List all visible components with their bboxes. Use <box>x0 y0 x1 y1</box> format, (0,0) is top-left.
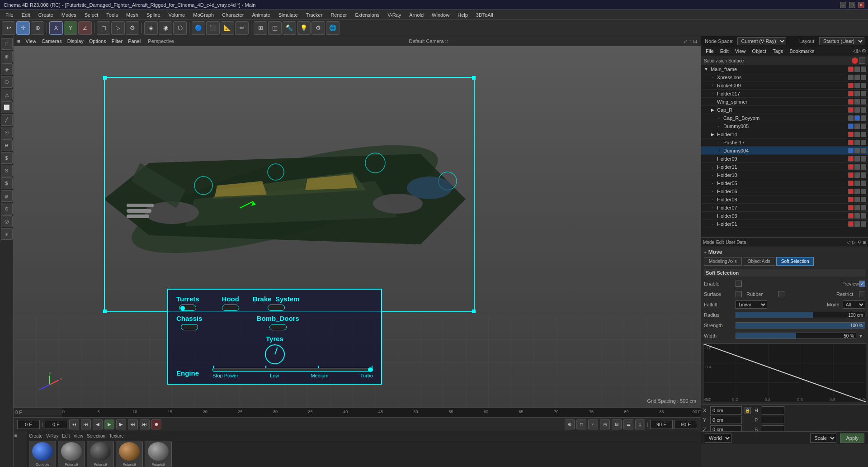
panel-tab-edit[interactable]: Edit <box>717 48 731 55</box>
menu-tracker[interactable]: Tracker <box>302 11 326 19</box>
left-tool-6[interactable]: ⬜ <box>1 101 13 113</box>
left-tool-16[interactable]: ⍟ <box>1 228 13 240</box>
menu-help[interactable]: Help <box>454 11 472 19</box>
left-tool-15[interactable]: ◎ <box>1 215 13 227</box>
menu-tools[interactable]: Tools <box>103 11 122 19</box>
go-start-button[interactable]: ⏮ <box>69 419 79 429</box>
obj-Main_frame[interactable]: ▼ Main_frame <box>701 65 868 73</box>
props-user-data-tab[interactable]: User Data <box>726 240 746 245</box>
tool9[interactable]: 🔵 <box>192 21 205 35</box>
width-expand-icon[interactable]: ▼ <box>856 334 865 338</box>
prev-frame-button[interactable]: ◀ <box>93 419 103 429</box>
tab-object-axis[interactable]: Object Axis <box>743 257 775 266</box>
hud-hood-toggle[interactable] <box>222 305 239 311</box>
tool16[interactable]: 💡 <box>297 21 311 35</box>
obj-dot[interactable] <box>861 75 866 80</box>
tool12[interactable]: ✏ <box>235 21 249 35</box>
obj-panel-icon-1[interactable]: ◁ <box>853 48 856 54</box>
viewport-view-menu[interactable]: View <box>25 38 36 44</box>
obj-Holder11[interactable]: · Holder11 <box>701 163 868 171</box>
obj-Holder05[interactable]: · Holder05 <box>701 179 868 187</box>
hud-bomb-toggle[interactable] <box>269 324 287 330</box>
obj-Wing_spinner[interactable]: · Wing_spinner <box>701 98 868 106</box>
viewport[interactable]: Turrets Hood Brake_System <box>14 36 701 407</box>
menu-volume[interactable]: Volume <box>165 11 189 19</box>
menu-create[interactable]: Create <box>35 11 57 19</box>
menu-3dtoall[interactable]: 3DToAll <box>472 11 497 19</box>
tool10[interactable]: ⬛ <box>206 21 220 35</box>
left-tool-7[interactable]: ╱ <box>1 114 13 126</box>
obj-Holder08[interactable]: · Holder08 <box>701 195 868 204</box>
obj-Holder03[interactable]: · Holder03 <box>701 212 868 220</box>
tab-soft-selection[interactable]: Soft Selection <box>776 257 814 266</box>
transport-icon-6[interactable]: ☰ <box>623 419 633 429</box>
falloff-select[interactable]: Linear None Smooth <box>736 300 767 309</box>
transport-icon-1[interactable]: ⊕ <box>565 419 575 429</box>
obj-Cap_R[interactable]: ▶ Cap_R <box>701 106 868 114</box>
next-frame-button[interactable]: ▶ <box>116 419 126 429</box>
obj-dot-gray2[interactable] <box>861 67 866 72</box>
menu-window[interactable]: Window <box>428 11 453 19</box>
mat-toolbar-view[interactable]: View <box>73 434 83 438</box>
menu-mesh[interactable]: Mesh <box>123 11 142 19</box>
minimize-button[interactable]: – <box>840 2 846 8</box>
menu-mograph[interactable]: MoGraph <box>189 11 217 19</box>
y-axis-btn[interactable]: Y <box>64 21 77 35</box>
undo-button[interactable]: ↩ <box>2 21 15 35</box>
menu-simulate[interactable]: Simulate <box>275 11 302 19</box>
menu-extensions[interactable]: Extensions <box>351 11 383 19</box>
viewport-panel-menu[interactable]: Panel <box>128 38 141 44</box>
tool4[interactable]: ▷ <box>111 21 125 35</box>
menu-edit[interactable]: Edit <box>18 11 34 19</box>
material-3[interactable]: Futuristi <box>116 441 143 467</box>
left-tool-1[interactable]: ◻ <box>1 38 13 50</box>
hud-brake-toggle[interactable] <box>268 305 285 311</box>
tab-modeling-axis[interactable]: Modeling Axis <box>704 257 742 266</box>
mat-toolbar-selection[interactable]: Selection <box>87 434 105 438</box>
hud-turrets-toggle[interactable] <box>179 305 196 311</box>
tool6[interactable]: ◈ <box>144 21 158 35</box>
menu-modes[interactable]: Modes <box>58 11 80 19</box>
hud-tyres-dial[interactable] <box>265 344 285 364</box>
obj-dot[interactable] <box>854 75 860 80</box>
next-key-button[interactable]: ⏭ <box>128 419 138 429</box>
move-tool[interactable]: ⊕ <box>31 21 44 35</box>
tool11[interactable]: 📐 <box>221 21 234 35</box>
mat-toolbar-vray[interactable]: V-Ray <box>46 434 58 438</box>
menu-animate[interactable]: Animate <box>248 11 274 19</box>
panel-tab-view[interactable]: View <box>732 48 749 55</box>
hud-engine-slider[interactable] <box>212 368 373 372</box>
left-tool-9[interactable]: ⊖ <box>1 139 13 151</box>
transport-icon-2[interactable]: ◻ <box>576 419 586 429</box>
x-input[interactable] <box>710 406 742 415</box>
viewport-menu-toggle[interactable]: ≡ <box>17 38 20 44</box>
transport-icon-7[interactable]: ⌂ <box>635 419 645 429</box>
end-frame-display[interactable] <box>650 420 673 429</box>
viewport-options-menu[interactable]: Options <box>89 38 106 44</box>
panel-tab-object[interactable]: Object <box>749 48 769 55</box>
props-mode-tab[interactable]: Mode <box>703 240 714 245</box>
left-tool-5[interactable]: △ <box>1 89 13 100</box>
y-input[interactable] <box>710 416 742 424</box>
mat-menu-toggle[interactable]: ≡ <box>14 433 26 438</box>
viewport-icon-3[interactable]: ⊡ <box>693 38 697 44</box>
tool18[interactable]: 🌐 <box>326 21 340 35</box>
obj-Dummy005[interactable]: · Dummy005 <box>701 122 868 130</box>
props-nav-back[interactable]: ◁ <box>847 240 850 245</box>
layout-select[interactable]: Startup (User) <box>819 37 864 45</box>
material-1[interactable]: Futuristi <box>58 441 85 467</box>
width-slider[interactable]: 50 % <box>736 333 856 339</box>
menu-select[interactable]: Select <box>81 11 102 19</box>
obj-Rocket009[interactable]: · Rocket009 <box>701 81 868 90</box>
material-4[interactable]: Futuristi <box>145 441 172 467</box>
tool7[interactable]: ◉ <box>159 21 172 35</box>
h-input[interactable] <box>762 406 784 415</box>
strength-slider[interactable]: 100 % <box>736 322 865 329</box>
obj-Holder09[interactable]: · Holder09 <box>701 155 868 163</box>
current-frame-input[interactable] <box>17 420 40 429</box>
viewport-icon-2[interactable]: ↑ <box>689 38 692 44</box>
tool14[interactable]: ◫ <box>268 21 282 35</box>
obj-panel-icon-3[interactable]: ⚙ <box>862 48 866 54</box>
preview-checkbox[interactable]: ✓ <box>859 281 865 287</box>
mat-toolbar-create[interactable]: Create <box>29 434 42 438</box>
